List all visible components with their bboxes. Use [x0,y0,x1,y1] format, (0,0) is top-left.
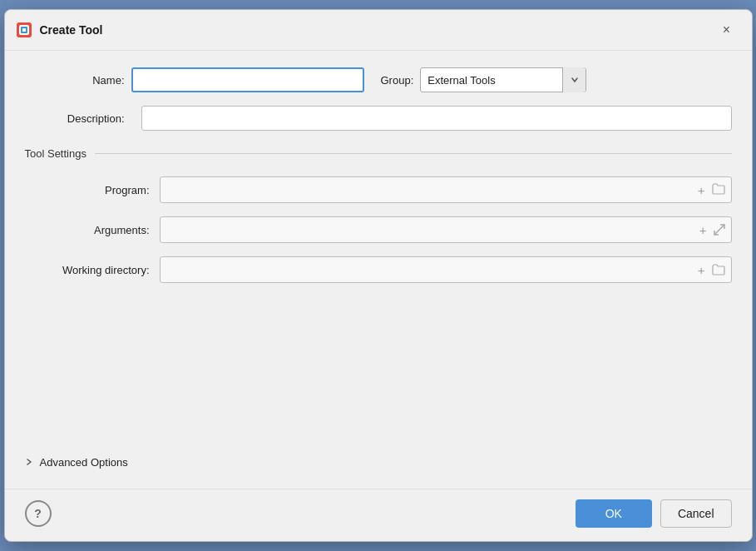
description-input[interactable] [141,106,732,131]
advanced-chevron-icon [25,458,33,468]
group-container: Group: External Tools [381,67,587,92]
working-directory-input[interactable] [160,256,732,283]
footer-actions: OK Cancel [576,499,732,528]
program-label: Program: [42,184,150,196]
program-browse-button[interactable] [710,181,727,199]
close-button[interactable]: × [715,18,739,42]
description-row: Description: [25,106,732,131]
arguments-expand-button[interactable] [712,222,727,237]
app-icon [15,21,33,39]
cancel-button[interactable]: Cancel [660,499,732,528]
section-divider-line [95,153,732,154]
working-directory-row: Working directory: + [42,256,732,283]
title-bar: Create Tool × [5,10,752,51]
program-row: Program: + [42,176,732,203]
help-button[interactable]: ? [25,500,52,527]
program-input-wrapper: + [160,176,732,203]
dropdown-arrow-icon [562,67,586,92]
description-label: Description: [25,112,125,125]
name-group-row: Name: Group: External Tools [25,67,732,92]
plus-icon: + [698,183,705,197]
svg-line-4 [714,225,724,235]
advanced-options-row[interactable]: Advanced Options [25,453,732,472]
tool-settings-title: Tool Settings [25,147,86,160]
arguments-input-wrapper: + [160,216,732,243]
group-select[interactable]: External Tools [420,67,586,92]
dialog-footer: ? OK Cancel [5,489,752,541]
plus-icon-2: + [699,223,707,237]
program-actions: + [696,181,727,199]
arguments-row: Arguments: + [42,216,732,243]
working-directory-actions: + [696,261,727,279]
ok-button[interactable]: OK [576,499,652,528]
folder-icon [712,183,725,197]
dialog-title: Create Tool [40,23,709,37]
arguments-actions: + [698,221,727,239]
program-input[interactable] [160,176,732,203]
plus-icon-3: + [698,263,705,277]
group-label: Group: [381,74,414,87]
create-tool-dialog: Create Tool × Name: Group: External Tool… [4,9,753,542]
arguments-label: Arguments: [42,224,150,236]
working-directory-input-wrapper: + [160,256,732,283]
svg-rect-3 [22,28,26,32]
working-dir-browse-button[interactable] [710,262,727,277]
name-input[interactable] [131,67,364,92]
dialog-body: Name: Group: External Tools Description: [5,51,752,489]
arguments-input[interactable] [160,216,732,243]
group-select-value: External Tools [427,74,495,87]
arguments-add-button[interactable]: + [698,221,709,239]
program-add-button[interactable]: + [696,181,707,199]
advanced-options-label: Advanced Options [40,456,128,469]
tool-settings-section-header: Tool Settings [25,147,732,160]
working-directory-label: Working directory: [42,264,150,276]
name-label: Name: [25,74,125,87]
working-dir-add-button[interactable]: + [696,261,707,279]
